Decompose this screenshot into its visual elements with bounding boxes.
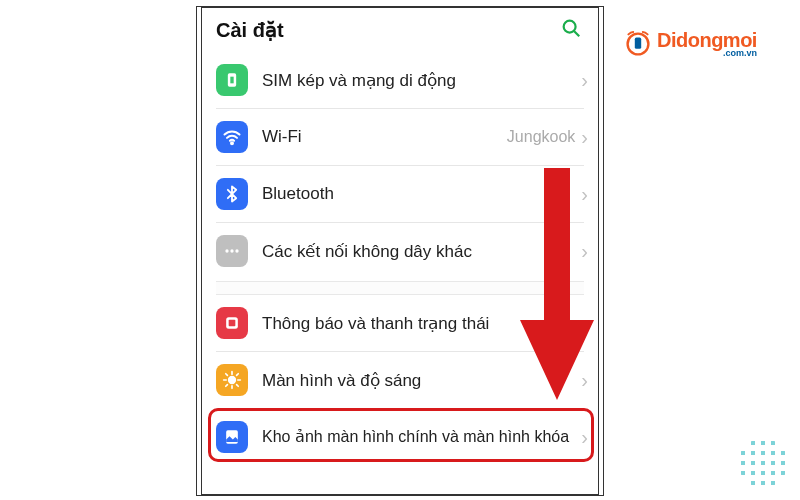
row-wifi[interactable]: Wi-Fi Jungkook › (202, 109, 598, 165)
svg-line-17 (226, 385, 228, 387)
chevron-right-icon: › (581, 426, 588, 449)
sim-icon (216, 64, 248, 96)
svg-rect-9 (229, 320, 236, 327)
svg-point-5 (225, 249, 228, 252)
row-display-brightness[interactable]: Màn hình và độ sáng › (202, 352, 598, 408)
svg-line-18 (237, 374, 239, 376)
svg-rect-3 (230, 77, 233, 84)
inner-frame: Cài đặt SIM kép và mạng di động › (201, 7, 599, 495)
chevron-right-icon: › (581, 312, 588, 335)
svg-line-1 (574, 31, 579, 36)
wifi-icon (216, 121, 248, 153)
svg-point-4 (231, 142, 233, 144)
chevron-right-icon: › (581, 183, 588, 206)
notifications-icon (216, 307, 248, 339)
svg-point-6 (230, 249, 233, 252)
brand-logo: Didongmoi .com.vn (622, 24, 800, 64)
logo-icon (622, 28, 654, 60)
row-label: SIM kép và mạng di động (262, 70, 581, 91)
row-sim[interactable]: SIM kép và mạng di động › (202, 52, 598, 108)
svg-point-10 (229, 377, 236, 384)
chevron-right-icon: › (581, 240, 588, 263)
svg-rect-21 (635, 38, 641, 49)
phone-frame: Cài đặt SIM kép và mạng di động › (196, 6, 604, 496)
brightness-icon (216, 364, 248, 396)
bluetooth-icon (216, 178, 248, 210)
page-title: Cài đặt (216, 18, 284, 42)
group-separator (216, 281, 584, 295)
logo-main-text: Didongmoi (657, 30, 757, 50)
row-wallpaper[interactable]: Kho ảnh màn hình chính và màn hình khóa … (202, 409, 598, 465)
chevron-right-icon: › (581, 126, 588, 149)
search-icon[interactable] (560, 17, 582, 44)
svg-line-16 (237, 385, 239, 387)
wifi-value: Jungkook (507, 128, 576, 146)
row-bluetooth[interactable]: Bluetooth › (202, 166, 598, 222)
row-label: Bluetooth (262, 184, 581, 204)
svg-point-0 (564, 20, 576, 32)
row-label: Các kết nối không dây khác (262, 241, 581, 262)
decorative-dots (738, 438, 788, 488)
more-icon (216, 235, 248, 267)
svg-point-7 (235, 249, 238, 252)
logo-sub-text: .com.vn (723, 49, 757, 58)
row-notifications[interactable]: Thông báo và thanh trạng thái › (202, 295, 598, 351)
chevron-right-icon: › (581, 69, 588, 92)
row-label: Thông báo và thanh trạng thái (262, 313, 581, 334)
row-label: Màn hình và độ sáng (262, 370, 581, 391)
row-label: Kho ảnh màn hình chính và màn hình khóa (262, 427, 581, 447)
row-other-wireless[interactable]: Các kết nối không dây khác › (202, 223, 598, 279)
chevron-right-icon: › (581, 369, 588, 392)
wallpaper-icon (216, 421, 248, 453)
logo-text: Didongmoi .com.vn (657, 30, 757, 58)
svg-line-15 (226, 374, 228, 376)
row-label: Wi-Fi (262, 127, 507, 147)
settings-header: Cài đặt (202, 8, 598, 52)
settings-list: SIM kép và mạng di động › Wi-Fi Jungkook… (202, 52, 598, 465)
